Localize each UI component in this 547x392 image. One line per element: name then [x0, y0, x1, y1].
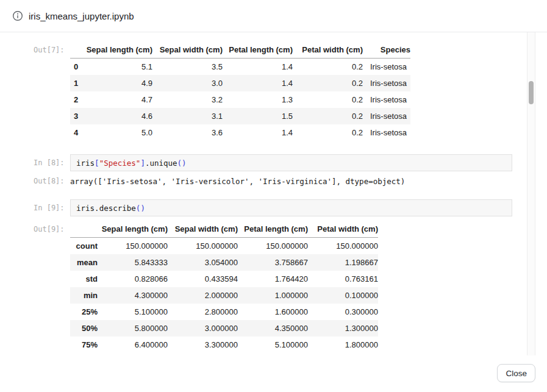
column-header: Sepal length (cm): [84, 41, 152, 59]
in8-label: In [8]:: [0, 154, 70, 167]
table-cell: 1.198667: [308, 254, 378, 271]
table-cell: 0.2: [293, 108, 363, 124]
column-header: Petal width (cm): [308, 221, 378, 238]
table-cell: 2.000000: [168, 287, 238, 304]
out8-label: Out[8]:: [0, 176, 70, 185]
table-cell: 3: [70, 108, 84, 124]
code-token-name: describe: [99, 204, 136, 213]
table-header-row: Sepal length (cm)Sepal width (cm)Petal l…: [70, 221, 378, 238]
table-cell: 25%: [70, 304, 98, 320]
table-cell: 1.4: [223, 75, 293, 91]
table-cell: 1.4: [223, 124, 293, 141]
table-row: std0.8280660.4335941.7644200.763161: [70, 271, 378, 287]
table-cell: 5.100000: [98, 304, 168, 320]
code-token-name: unique: [149, 159, 177, 168]
table-cell: 50%: [70, 320, 98, 337]
cell-in8: In [8]: iris["Species"].unique(): [0, 154, 535, 171]
out7-table: Sepal length (cm)Sepal width (cm)Petal l…: [70, 41, 410, 141]
table-cell: 5.0: [84, 124, 152, 141]
table-cell: 150.000000: [168, 238, 238, 255]
table-cell: 4.6: [84, 108, 152, 124]
column-header: Sepal width (cm): [168, 221, 238, 238]
table-cell: 150.000000: [238, 238, 308, 255]
table-cell: 1.764420: [238, 271, 308, 287]
table-cell: 150.000000: [98, 238, 168, 255]
notebook-content: Out[7]: Sepal length (cm)Sepal width (cm…: [0, 32, 535, 355]
table-cell: 5.1: [84, 59, 152, 76]
table-cell: 4.350000: [238, 320, 308, 337]
table-row: 05.13.51.40.2Iris-setosa: [70, 59, 410, 76]
info-icon: [12, 10, 23, 21]
code-token-punct: ]: [140, 159, 145, 168]
table-cell: 3.000000: [168, 320, 238, 337]
table-cell: 0.300000: [308, 304, 378, 320]
table-cell: 0.763161: [308, 271, 378, 287]
scrollbar-track[interactable]: [527, 32, 535, 355]
table-cell: 1: [70, 75, 84, 91]
code-token-string: "Species": [99, 159, 141, 168]
out8-output: array(['Iris-setosa', 'Iris-versicolor',…: [70, 176, 405, 186]
table-cell: 3.1: [152, 108, 223, 124]
table-cell: count: [70, 238, 98, 255]
table-cell: 0.433594: [168, 271, 238, 287]
table-header-row: Sepal length (cm)Sepal width (cm)Petal l…: [70, 41, 410, 59]
title-bar: iris_kmeans_jupyter.ipynb: [0, 0, 547, 32]
table-cell: 3.758667: [238, 254, 308, 271]
column-header: Sepal length (cm): [98, 221, 168, 238]
column-header: [70, 41, 84, 59]
table-cell: 6.400000: [98, 337, 168, 353]
close-button[interactable]: Close: [497, 364, 535, 382]
dialog-title: iris_kmeans_jupyter.ipynb: [29, 11, 134, 21]
table-cell: 5.800000: [98, 320, 168, 337]
column-header: Petal width (cm): [293, 41, 363, 59]
table-cell: 0.2: [293, 59, 363, 76]
cell-out9: Out[9]: Sepal length (cm)Sepal width (cm…: [0, 221, 535, 353]
in9-code-cell: iris.describe(): [70, 199, 512, 216]
table-row: count150.000000150.000000150.000000150.0…: [70, 238, 378, 255]
table-cell: 0: [70, 59, 84, 76]
table-row: 34.63.11.50.2Iris-setosa: [70, 108, 410, 124]
column-header: Sepal width (cm): [152, 41, 223, 59]
table-row: 75%6.4000003.3000005.1000001.800000: [70, 337, 378, 353]
table-cell: 1.000000: [238, 287, 308, 304]
scrollbar-thumb[interactable]: [529, 81, 534, 104]
table-cell: 5.100000: [238, 337, 308, 353]
table-cell: 1.5: [223, 108, 293, 124]
code-token-name: .: [145, 159, 150, 168]
table-row: mean5.8433333.0540003.7586671.198667: [70, 254, 378, 271]
table-cell: Iris-setosa: [363, 59, 410, 76]
table-cell: 4.7: [84, 91, 152, 108]
table-cell: 0.2: [293, 75, 363, 91]
table-cell: 3.5: [152, 59, 223, 76]
cell-out8: Out[8]: array(['Iris-setosa', 'Iris-vers…: [0, 176, 535, 186]
dialog-footer: Close: [0, 355, 547, 392]
table-cell: 4.300000: [98, 287, 168, 304]
table-cell: 4: [70, 124, 84, 141]
in9-label: In [9]:: [0, 199, 70, 212]
table-cell: 3.6: [152, 124, 223, 141]
table-cell: 1.4: [223, 59, 293, 76]
table-row: 24.73.21.30.2Iris-setosa: [70, 91, 410, 108]
table-cell: Iris-setosa: [363, 124, 410, 141]
code-token-punct: (): [136, 204, 145, 213]
table-cell: 5.843333: [98, 254, 168, 271]
column-header: [70, 221, 98, 238]
table-cell: 75%: [70, 337, 98, 353]
table-row: 14.93.01.40.2Iris-setosa: [70, 75, 410, 91]
column-header: Petal length (cm): [223, 41, 293, 59]
table-cell: Iris-setosa: [363, 75, 410, 91]
table-cell: min: [70, 287, 98, 304]
table-cell: 0.2: [293, 124, 363, 141]
table-cell: Iris-setosa: [363, 108, 410, 124]
code-token-punct: [: [95, 159, 99, 168]
table-cell: 0.828066: [98, 271, 168, 287]
out7-label: Out[7]:: [0, 41, 70, 54]
table-cell: 3.054000: [168, 254, 238, 271]
table-cell: 2: [70, 91, 84, 108]
table-row: 25%5.1000002.8000001.6000000.300000: [70, 304, 378, 320]
table-cell: 0.100000: [308, 287, 378, 304]
table-cell: mean: [70, 254, 98, 271]
table-cell: 4.9: [84, 75, 152, 91]
out9-table: Sepal length (cm)Sepal width (cm)Petal l…: [70, 221, 378, 353]
table-cell: 2.800000: [168, 304, 238, 320]
